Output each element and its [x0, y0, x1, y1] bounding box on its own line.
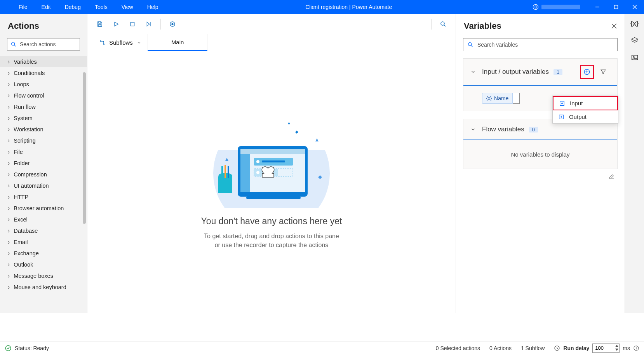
run-button[interactable]: [109, 17, 123, 31]
menu-edit[interactable]: Edit: [35, 1, 58, 13]
action-category-system[interactable]: System: [0, 112, 87, 124]
chevron-right-icon: [8, 92, 10, 99]
status-selected: 0 Selected actions: [436, 345, 480, 351]
action-category-excel[interactable]: Excel: [0, 214, 87, 225]
svg-line-7: [14, 45, 16, 46]
center-area: Subflows Main: [87, 14, 456, 313]
close-button[interactable]: [625, 0, 644, 14]
rail-layers-icon[interactable]: [631, 37, 639, 44]
action-category-http[interactable]: HTTP: [0, 191, 87, 202]
chevron-right-icon: [8, 216, 10, 223]
record-button[interactable]: [165, 17, 179, 31]
menu-view[interactable]: View: [115, 1, 140, 13]
menu-debug[interactable]: Debug: [58, 1, 88, 13]
filter-variables-button[interactable]: [596, 65, 610, 79]
menu-help[interactable]: Help: [140, 1, 165, 13]
action-category-ui-automation[interactable]: UI automation: [0, 180, 87, 191]
chevron-right-icon: [8, 126, 10, 133]
spinner-down[interactable]: [615, 348, 619, 352]
status-bar: Status: Ready 0 Selected actions 0 Actio…: [0, 342, 644, 354]
rail-variables-icon[interactable]: {x}: [630, 20, 639, 27]
save-button[interactable]: [93, 17, 107, 31]
chevron-right-icon: [8, 81, 10, 88]
svg-point-60: [636, 347, 636, 347]
chevron-right-icon: [8, 272, 10, 279]
action-category-email[interactable]: Email: [0, 236, 87, 248]
clear-variables-button[interactable]: [608, 173, 615, 180]
empty-illustration: [207, 115, 336, 208]
action-category-workstation[interactable]: Workstation: [0, 124, 87, 135]
variable-chip-name[interactable]: {x} Name: [482, 93, 513, 104]
search-flow-button[interactable]: [436, 17, 450, 31]
chevron-right-icon: [8, 58, 10, 65]
maximize-button[interactable]: [607, 0, 625, 14]
svg-marker-9: [115, 22, 118, 26]
action-category-run-flow[interactable]: Run flow: [0, 101, 87, 112]
account-indicator[interactable]: [532, 3, 580, 10]
actions-search[interactable]: Search actions: [7, 38, 80, 51]
flow-canvas[interactable]: You don't have any actions here yet To g…: [87, 51, 456, 313]
actions-search-placeholder: Search actions: [20, 41, 56, 47]
status-ms: ms: [623, 345, 630, 351]
spinner-up[interactable]: [615, 344, 619, 348]
action-category-scripting[interactable]: Scripting: [0, 135, 87, 146]
menu-file[interactable]: File: [12, 1, 35, 13]
menu-bar: File Edit Debug Tools View Help: [0, 1, 165, 13]
flow-variables-section: Flow variables 0 No variables to display: [463, 119, 618, 169]
flow-variables-count: 0: [529, 127, 538, 133]
action-category-browser-automation[interactable]: Browser automation: [0, 202, 87, 214]
scrollbar-thumb[interactable]: [83, 72, 86, 224]
add-variable-button[interactable]: [580, 65, 594, 79]
clock-icon: [554, 345, 560, 351]
svg-marker-51: [631, 38, 638, 41]
action-category-flow-control[interactable]: Flow control: [0, 90, 87, 101]
step-button[interactable]: [142, 17, 156, 31]
action-category-compression[interactable]: Compression: [0, 169, 87, 180]
action-category-exchange[interactable]: Exchange: [0, 248, 87, 259]
chevron-right-icon: [8, 284, 10, 291]
window-title: Client registration | Power Automate: [165, 4, 532, 10]
action-category-loops[interactable]: Loops: [0, 78, 87, 90]
dropdown-option-input[interactable]: Input: [553, 96, 618, 110]
svg-rect-33: [225, 165, 226, 178]
action-category-conditionals[interactable]: Conditionals: [0, 67, 87, 78]
variables-search[interactable]: Search variables: [463, 38, 618, 51]
action-category-folder[interactable]: Folder: [0, 157, 87, 169]
tab-main[interactable]: Main: [148, 34, 208, 51]
dropdown-option-output[interactable]: Output: [553, 110, 618, 123]
svg-point-15: [441, 22, 444, 25]
info-icon[interactable]: [633, 345, 639, 351]
svg-line-16: [444, 25, 446, 26]
tabs-bar: Subflows Main: [87, 34, 456, 51]
menu-tools[interactable]: Tools: [88, 1, 115, 13]
status-actions: 0 Actions: [489, 345, 512, 351]
rail-images-icon[interactable]: [631, 54, 639, 61]
action-category-database[interactable]: Database: [0, 225, 87, 236]
svg-point-54: [5, 345, 11, 351]
actions-tree: VariablesConditionalsLoopsFlow controlRu…: [0, 56, 87, 313]
subflows-dropdown[interactable]: Subflows: [93, 34, 148, 51]
chevron-right-icon: [8, 250, 10, 257]
stop-button[interactable]: [125, 17, 139, 31]
right-rail: {x}: [625, 14, 644, 313]
chevron-right-icon: [8, 160, 10, 167]
svg-rect-27: [262, 160, 285, 162]
action-category-variables[interactable]: Variables: [0, 56, 87, 67]
status-text: Status: Ready: [15, 345, 49, 351]
action-category-outlook[interactable]: Outlook: [0, 259, 87, 270]
close-variables-button[interactable]: [611, 23, 617, 29]
svg-point-14: [171, 23, 173, 25]
variables-search-placeholder: Search variables: [477, 42, 518, 48]
svg-point-18: [103, 44, 104, 45]
io-variables-heading: Input / output variables: [482, 68, 549, 76]
minimize-button[interactable]: [588, 0, 607, 14]
action-category-mouse-and-keyboard[interactable]: Mouse and keyboard: [0, 281, 87, 293]
svg-marker-57: [615, 349, 618, 351]
svg-rect-31: [246, 197, 301, 199]
variables-heading: Variables: [464, 21, 501, 31]
action-category-file[interactable]: File: [0, 146, 87, 157]
empty-text: To get started, drag and drop actions to…: [204, 232, 339, 249]
chevron-right-icon: [8, 115, 10, 122]
chevron-right-icon: [8, 227, 10, 234]
action-category-message-boxes[interactable]: Message boxes: [0, 270, 87, 281]
